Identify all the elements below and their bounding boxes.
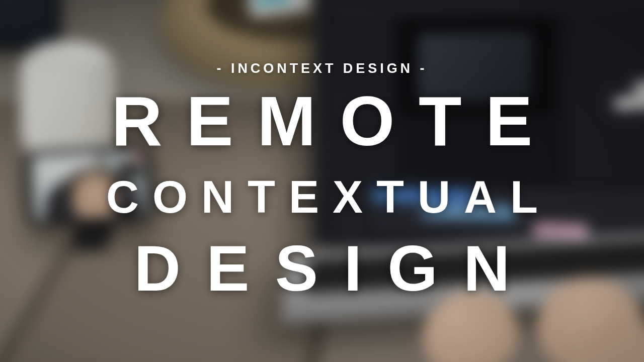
- eyebrow-text: - INCONTEXT DESIGN -: [217, 61, 428, 76]
- title-line-2: CONTEXTUAL: [93, 174, 551, 221]
- title-line-3: DESIGN: [108, 236, 535, 302]
- title-overlay: - INCONTEXT DESIGN - REMOTE CONTEXTUAL D…: [0, 0, 644, 362]
- title-line-1: REMOTE: [88, 85, 556, 157]
- promo-graphic: - INCONTEXT DESIGN - REMOTE CONTEXTUAL D…: [0, 0, 644, 362]
